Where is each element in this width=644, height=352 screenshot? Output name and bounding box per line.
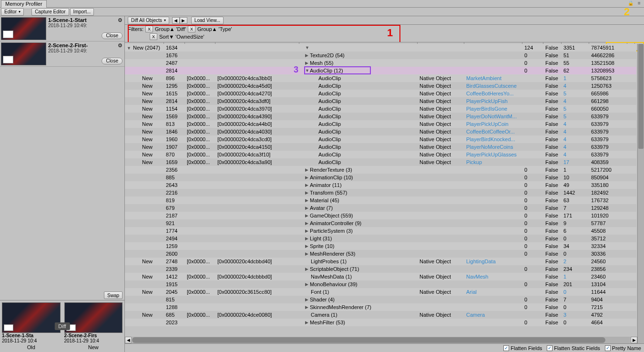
expand-icon[interactable]: ▶	[305, 267, 310, 271]
table-row[interactable]: 2216▶ Transform (557)0False1442182492	[125, 189, 636, 197]
table-row[interactable]: New1846[0x0000...[0x0000020c4dca4030]Aud…	[125, 128, 636, 135]
compare-thumb-old[interactable]	[2, 302, 61, 333]
table-row[interactable]: 2814▼ AudioClip (12)0False6213208953	[125, 67, 636, 74]
import-button[interactable]: Import...	[70, 8, 94, 16]
table-row[interactable]: 1915▶ MonoBehaviour (39)0False20113104	[125, 280, 636, 288]
remove-filter-button[interactable]: X	[150, 33, 157, 40]
menu-icon[interactable]: ≡	[635, 0, 643, 6]
table-row[interactable]: New813[0x0000...[0x0000020c4dca44b0]Audi…	[125, 120, 636, 128]
table-row[interactable]: 2494▶ Light (31)0False035712	[125, 235, 636, 242]
filter-group-diff[interactable]: Group▲ 'Diff'	[155, 26, 186, 32]
vertical-scrollbar[interactable]	[637, 44, 644, 343]
table-row[interactable]: 1676▶ Texture2D (54)0False5144662286	[125, 52, 636, 59]
native-obj-link[interactable]: PlayerNoMoreCoins	[464, 144, 522, 150]
table-row[interactable]: New896[0x0000...[0x0000020c4dca3bb0]Audi…	[125, 74, 636, 82]
native-obj-link[interactable]: PlayerPickUpGlasses	[464, 152, 522, 157]
window-tab[interactable]: Memory Profiler	[1, 0, 47, 8]
table-row[interactable]: New1960[0x0000...[0x0000020c4dca3cd0]Aud…	[125, 135, 636, 143]
diff-all-dropdown[interactable]: Diff All Objects	[128, 17, 169, 24]
table-row[interactable]: 2356▶ RenderTexture (3)0False15217200	[125, 166, 636, 174]
expand-icon[interactable]: ▶	[305, 236, 310, 241]
expand-icon[interactable]: ▶	[305, 190, 310, 195]
table-row[interactable]: 885▶ AnimationClip (10)0False10850904	[125, 174, 636, 181]
expand-icon[interactable]: ▶	[305, 175, 310, 180]
scroll-right-icon[interactable]: ▶	[631, 337, 637, 343]
gear-icon[interactable]: ⚙	[118, 42, 123, 49]
table-row[interactable]: 815▶ Shader (4)0False79404	[125, 296, 636, 303]
table-row[interactable]: New2814[0x0000...[0x0000020c4dca3df0]Aud…	[125, 97, 636, 105]
remove-filter-button[interactable]: X	[145, 26, 153, 32]
filter-sort-owned[interactable]: Sort▼ 'OwnedSize'	[159, 34, 204, 40]
table-row[interactable]: New2748[0x0000...[0x0000020c4dcbbd40]Lig…	[125, 258, 636, 265]
filter-group-type[interactable]: Group▲ 'Type'	[197, 26, 232, 32]
native-obj-link[interactable]: PlayerBirdKnocked...	[464, 136, 522, 142]
table-row[interactable]: 819▶ Material (45)0False63176732	[125, 197, 636, 204]
nav-next-icon[interactable]: ▶	[180, 17, 187, 24]
table-row[interactable]: 1259▶ Sprite (10)0False3432334	[125, 242, 636, 250]
expand-icon[interactable]: ▼	[305, 68, 310, 73]
expand-icon[interactable]: ▶	[305, 244, 310, 248]
native-obj-link[interactable]: CoffeeBotHeresYo...	[464, 91, 522, 96]
table-row[interactable]: New685[0x0000...[0x0000020c4dce0080]Came…	[125, 311, 636, 319]
expand-icon[interactable]: ▼	[127, 46, 132, 51]
capture-editor-button[interactable]: Capture Editor	[31, 8, 69, 16]
snapshot-item[interactable]: 2-Scene-2-First- 2018-11-29 10:49: ⚙ Clo…	[0, 41, 124, 67]
expand-icon[interactable]: ▶	[305, 320, 310, 325]
table-row[interactable]: 2023▶ MeshFilter (53)0False04664	[125, 319, 636, 326]
expand-icon[interactable]: ▼	[305, 45, 310, 50]
native-obj-link[interactable]: PlayerBirdIsGone	[464, 106, 522, 112]
table-row[interactable]: 921▶ AnimatorController (9)0False957787	[125, 219, 636, 227]
expand-icon[interactable]: ▶	[305, 282, 310, 287]
table-row[interactable]: New870[0x0000...[0x0000020c4dca3f10]Audi…	[125, 151, 636, 158]
table-row[interactable]: 2487▶ Mesh (55)0False5513521508	[125, 59, 636, 67]
table-row[interactable]: 679▶ Avatar (7)0False7129248	[125, 204, 636, 212]
expand-icon[interactable]: ▶	[305, 297, 310, 302]
scroll-left-icon[interactable]: ◀	[125, 337, 132, 343]
close-button[interactable]: Close	[102, 32, 123, 39]
close-button[interactable]: Close	[102, 58, 123, 64]
native-obj-link[interactable]: Camera	[464, 312, 522, 318]
remove-filter-button[interactable]: X	[188, 26, 195, 32]
expand-icon[interactable]: ▶	[305, 167, 310, 172]
table-row[interactable]: 2643▶ Animator (11)0False49335180	[125, 181, 636, 189]
lock-icon[interactable]: 🔒	[627, 0, 634, 6]
flatten-static-checkbox[interactable]: ✓Flatten Static Fields	[547, 345, 600, 351]
expand-icon[interactable]: ▶	[305, 221, 310, 226]
native-obj-link[interactable]: BirdGlassesCutscene	[464, 83, 522, 89]
gear-icon[interactable]: ⚙	[118, 17, 123, 23]
expand-icon[interactable]: ▶	[305, 61, 310, 65]
expand-icon[interactable]: ▶	[305, 251, 310, 256]
table-row[interactable]: New2045[0x0000...[0x0000020c3615cc80]Fon…	[125, 288, 636, 296]
snapshot-item[interactable]: 1-Scene-1-Start 2018-11-29 10:49: ⚙ Clos…	[0, 16, 124, 41]
table-row[interactable]: New1615[0x0000...[0x0000020c4dca4270]Aud…	[125, 90, 636, 97]
native-obj-link[interactable]: PlayerPickUpCoin	[464, 121, 522, 127]
compare-thumb-new[interactable]	[64, 302, 123, 333]
table-row[interactable]: 1288▶ SkinnedMeshRenderer (7)0False07215	[125, 303, 636, 311]
native-obj-link[interactable]: Pickup	[464, 159, 522, 165]
native-obj-link[interactable]: PlayerPickUpFish	[464, 98, 522, 104]
native-obj-link[interactable]: Arial	[464, 289, 522, 295]
native-obj-link[interactable]: PlayerDoNotWantM...	[464, 114, 522, 119]
table-row[interactable]: ▼ New (2047)1634▼ 124False335178745911	[125, 44, 636, 52]
table-row[interactable]: New1659[0x0000...[0x0000020c4dca3a90]Aud…	[125, 158, 636, 166]
table-row[interactable]: New1569[0x0000...[0x0000020c4dca4390]Aud…	[125, 113, 636, 120]
table-row[interactable]: New1412[0x0000...[0x0000020c4dcbbbd0]Nav…	[125, 273, 636, 280]
expand-icon[interactable]: ▶	[305, 183, 310, 187]
table-row[interactable]: New1295[0x0000...[0x0000020c4dca45d0]Aud…	[125, 82, 636, 90]
table-row[interactable]: New1154[0x0000...[0x0000020c4dca3970]Aud…	[125, 105, 636, 113]
table-row[interactable]: 1774▶ ParticleSystem (3)0False645508	[125, 227, 636, 235]
editor-dropdown[interactable]: Editor	[1, 8, 24, 16]
flatten-fields-checkbox[interactable]: ✓Flatten Fields	[503, 345, 542, 351]
diff-badge[interactable]: Diff	[54, 322, 70, 330]
expand-icon[interactable]: ▶	[305, 305, 310, 310]
pretty-name-checkbox[interactable]: ✓Pretty Name	[605, 345, 641, 351]
swap-button[interactable]: Swap	[104, 291, 123, 299]
table-row[interactable]: New1907[0x0000...[0x0000020c4dca4150]Aud…	[125, 143, 636, 151]
table-row[interactable]: 2600▶ MeshRenderer (53)0False030336	[125, 250, 636, 258]
expand-icon[interactable]: ▶	[305, 213, 310, 218]
table-row[interactable]: 2187▶ GameObject (559)0False171101920	[125, 212, 636, 219]
horizontal-scrollbar[interactable]	[132, 337, 630, 343]
expand-icon[interactable]: ▶	[305, 206, 310, 210]
native-obj-link[interactable]: LightingData	[464, 259, 522, 264]
expand-icon[interactable]: ▶	[305, 228, 310, 233]
